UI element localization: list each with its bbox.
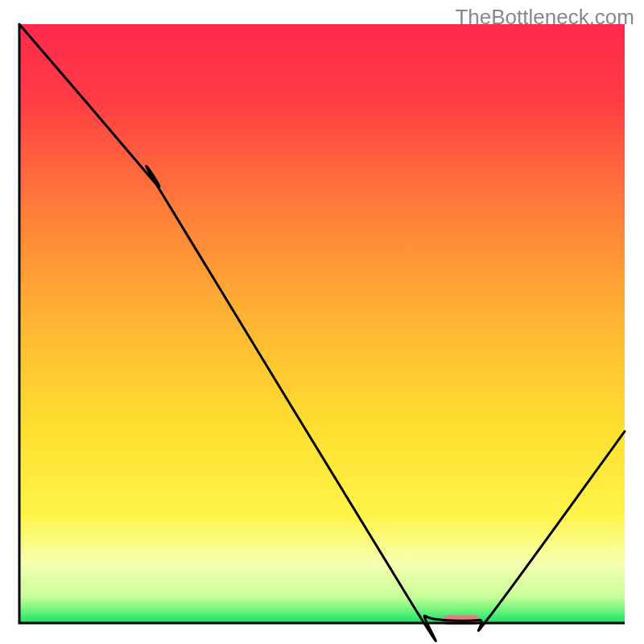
watermark: TheBottleneck.com [455, 5, 634, 30]
chart-container: TheBottleneck.com [0, 0, 644, 644]
bottleneck-chart [0, 0, 644, 644]
chart-background [19, 24, 625, 623]
